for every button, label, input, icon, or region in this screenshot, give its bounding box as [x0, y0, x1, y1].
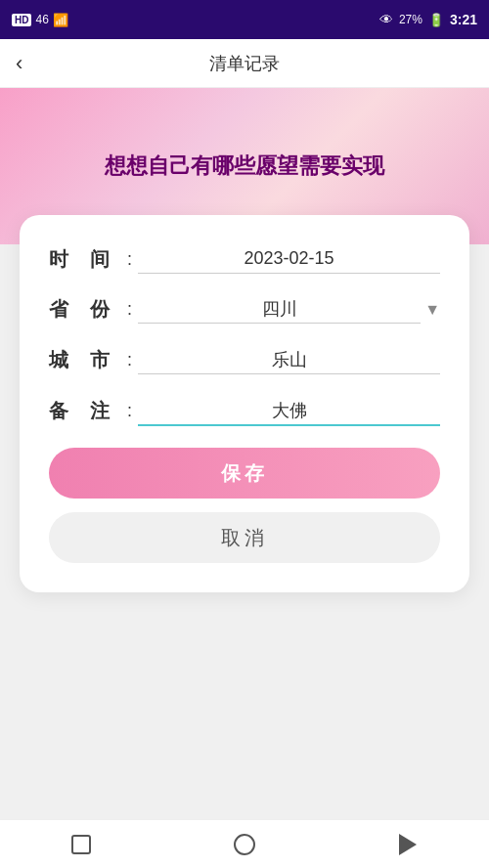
city-input[interactable] [138, 345, 440, 374]
time-row: 时 间 : [49, 244, 440, 274]
battery-icon: 🔋 [428, 13, 444, 27]
hd-badge: HD [12, 14, 31, 26]
save-button[interactable]: 保存 [49, 448, 440, 499]
nav-circle-button[interactable] [225, 830, 264, 859]
back-button[interactable]: ‹ [16, 51, 22, 76]
form-card: 时 间 : 省 份 : 四川 北京 上海 广东 ▼ 城 市 : 备 注 : 保存… [20, 215, 469, 592]
remark-input[interactable] [138, 396, 440, 426]
circle-icon [234, 834, 255, 855]
city-label: 城 市 [49, 347, 127, 373]
status-left: HD 46 📶 [12, 13, 68, 27]
signal-strength: 46 [35, 13, 48, 26]
status-bar: HD 46 📶 👁 27% 🔋 3:21 [0, 0, 489, 39]
nav-bar: ‹ 清单记录 [0, 39, 489, 88]
bottom-nav [0, 819, 489, 868]
remark-row: 备 注 : [49, 396, 440, 426]
battery-level: 27% [399, 13, 422, 26]
province-label: 省 份 [49, 296, 127, 323]
triangle-icon [399, 834, 417, 855]
time-colon: : [127, 249, 132, 270]
city-colon: : [127, 350, 132, 370]
square-icon [71, 835, 91, 854]
remark-colon: : [127, 401, 132, 421]
signal-icon: 📶 [53, 13, 68, 27]
banner-text: 想想自己有哪些愿望需要实现 [85, 142, 404, 191]
time-input[interactable] [138, 244, 440, 274]
province-row: 省 份 : 四川 北京 上海 广东 ▼ [49, 295, 440, 324]
time-label: 时 间 [49, 246, 127, 273]
cancel-button[interactable]: 取消 [49, 512, 440, 563]
status-right: 👁 27% 🔋 3:21 [379, 12, 477, 27]
chevron-down-icon: ▼ [424, 301, 440, 319]
city-row: 城 市 : [49, 345, 440, 374]
province-select-wrapper: 四川 北京 上海 广东 ▼ [138, 295, 440, 324]
clock: 3:21 [450, 12, 477, 27]
eye-icon: 👁 [379, 12, 393, 27]
province-colon: : [127, 299, 132, 320]
nav-square-button[interactable] [62, 830, 101, 859]
remark-label: 备 注 [49, 398, 127, 424]
page-title: 清单记录 [209, 52, 280, 75]
province-select[interactable]: 四川 北京 上海 广东 [138, 295, 421, 324]
nav-back-button[interactable] [388, 830, 427, 859]
